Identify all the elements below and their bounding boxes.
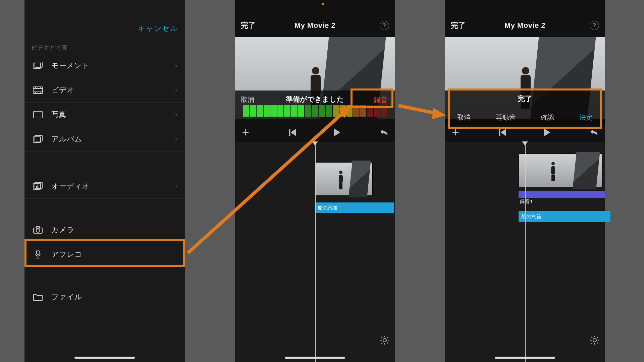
- project-title: My Movie 2: [504, 21, 545, 30]
- voiceover-controls: 取消 準備ができました 録音: [235, 90, 395, 119]
- voiceover-result-controls: 完了 取消 再録音 確認 決定: [445, 90, 605, 125]
- section-header-video-photos: ビデオと写真: [31, 44, 67, 52]
- home-indicator[interactable]: [285, 357, 345, 359]
- panel-ready: 完了 My Movie 2 ? 取消 準備ができました 録音: [235, 0, 395, 362]
- menu-label: カメラ: [51, 225, 74, 235]
- voiceover-result-options: 取消 再録音 確認 決定: [445, 113, 605, 122]
- audio-icon: [33, 182, 43, 191]
- result-accept-button[interactable]: 決定: [579, 113, 593, 122]
- playhead-marker-icon: [522, 141, 528, 145]
- editor-topbar: 完了 My Movie 2 ?: [445, 19, 605, 32]
- annotation-arrow-2: [396, 97, 453, 124]
- cancel-button[interactable]: キャンセル: [138, 23, 178, 34]
- undo-button[interactable]: [590, 129, 598, 137]
- menu-label: オーディオ: [51, 181, 90, 191]
- svg-marker-26: [291, 129, 296, 136]
- voiceover-clip[interactable]: [519, 191, 605, 198]
- video-clip[interactable]: [315, 162, 373, 196]
- audio-clip[interactable]: 船の汽笛: [519, 211, 610, 222]
- menu-label: 写真: [51, 110, 66, 120]
- skip-start-button[interactable]: [499, 129, 506, 137]
- undo-button[interactable]: [380, 129, 388, 137]
- menu-label: アルバム: [51, 134, 82, 144]
- svg-marker-38: [432, 108, 446, 119]
- transport-controls: [235, 124, 395, 142]
- menu-label: アフレコ: [51, 249, 82, 259]
- recording-dot-indicator: [322, 3, 324, 5]
- svg-point-16: [37, 186, 38, 188]
- menu-label: モーメント: [51, 61, 90, 71]
- menu-item-camera[interactable]: カメラ: [24, 218, 185, 242]
- svg-marker-32: [501, 129, 506, 136]
- menu-item-photos[interactable]: 写真 ›: [24, 103, 185, 127]
- playhead[interactable]: [525, 142, 526, 362]
- audio-level-meter: [243, 105, 387, 117]
- panel-media-picker: キャンセル ビデオと写真 モーメント › ビデオ ›: [24, 0, 185, 362]
- voiceover-status: 準備ができました: [235, 95, 395, 104]
- svg-rect-19: [36, 227, 40, 228]
- video-clip[interactable]: [519, 154, 602, 187]
- svg-point-18: [36, 229, 40, 232]
- done-button[interactable]: 完了: [241, 20, 256, 31]
- audio-clip-label: 船の汽笛: [521, 214, 541, 220]
- result-rerecord-button[interactable]: 再録音: [496, 113, 516, 122]
- transport-controls: [445, 124, 605, 142]
- timeline[interactable]: 録音1 船の汽笛: [445, 142, 605, 362]
- svg-rect-11: [34, 111, 42, 118]
- menu-item-moments[interactable]: モーメント ›: [24, 54, 185, 78]
- voiceover-clip-label: 録音1: [520, 198, 533, 205]
- camera-icon: [33, 226, 43, 234]
- playhead[interactable]: [315, 142, 316, 362]
- svg-rect-31: [499, 129, 500, 136]
- chevron-right-icon: ›: [175, 61, 177, 70]
- tutorial-composite: キャンセル ビデオと写真 モーメント › ビデオ ›: [0, 0, 644, 362]
- add-media-button[interactable]: [451, 128, 460, 138]
- audio-clip[interactable]: 船の汽笛: [315, 202, 394, 213]
- voiceover-record-button[interactable]: 録音: [374, 95, 388, 105]
- project-settings-button[interactable]: [380, 335, 390, 345]
- menu-item-audio[interactable]: オーディオ ›: [24, 174, 185, 199]
- result-cancel-button[interactable]: 取消: [457, 113, 471, 122]
- playhead-marker-icon: [312, 141, 318, 145]
- menu-item-voiceover[interactable]: アフレコ: [24, 242, 185, 267]
- project-title: My Movie 2: [294, 21, 335, 30]
- help-button[interactable]: ?: [380, 21, 389, 30]
- menu-label: ビデオ: [51, 85, 74, 95]
- svg-marker-33: [544, 129, 550, 136]
- help-button[interactable]: ?: [590, 21, 599, 30]
- menu-label: ファイル: [51, 292, 82, 302]
- project-settings-button[interactable]: [590, 335, 600, 345]
- svg-line-37: [398, 106, 436, 113]
- menu-item-files[interactable]: ファイル: [24, 285, 185, 309]
- chevron-right-icon: ›: [175, 182, 177, 191]
- audio-clip-label: 船の汽笛: [318, 205, 338, 211]
- home-indicator[interactable]: [74, 357, 135, 359]
- menu-item-video[interactable]: ビデオ ›: [24, 78, 185, 103]
- menu-item-albums[interactable]: アルバム ›: [24, 127, 185, 152]
- svg-rect-20: [37, 250, 39, 255]
- timeline[interactable]: 船の汽笛: [235, 142, 395, 362]
- panel-done: 完了 My Movie 2 ? 完了 取消 再録音 確認 決定: [445, 0, 605, 362]
- skip-start-button[interactable]: [289, 129, 297, 137]
- add-media-button[interactable]: [241, 128, 250, 138]
- voiceover-status: 完了: [445, 94, 605, 104]
- microphone-icon: [33, 250, 43, 259]
- done-button[interactable]: 完了: [451, 20, 466, 31]
- moments-icon: [33, 61, 43, 70]
- chevron-right-icon: ›: [175, 110, 177, 119]
- filmstrip-icon: [33, 86, 43, 95]
- svg-marker-27: [334, 129, 340, 136]
- editor-topbar: 完了 My Movie 2 ?: [235, 19, 395, 32]
- album-icon: [33, 135, 43, 143]
- play-button[interactable]: [333, 129, 340, 137]
- svg-point-34: [593, 339, 596, 342]
- play-button[interactable]: [543, 129, 550, 137]
- svg-rect-13: [35, 135, 42, 141]
- result-review-button[interactable]: 確認: [541, 113, 554, 122]
- photo-icon: [33, 110, 43, 119]
- svg-rect-25: [289, 129, 290, 136]
- home-indicator[interactable]: [495, 357, 555, 359]
- chevron-right-icon: ›: [175, 86, 177, 95]
- folder-icon: [33, 293, 43, 301]
- svg-rect-12: [33, 137, 41, 142]
